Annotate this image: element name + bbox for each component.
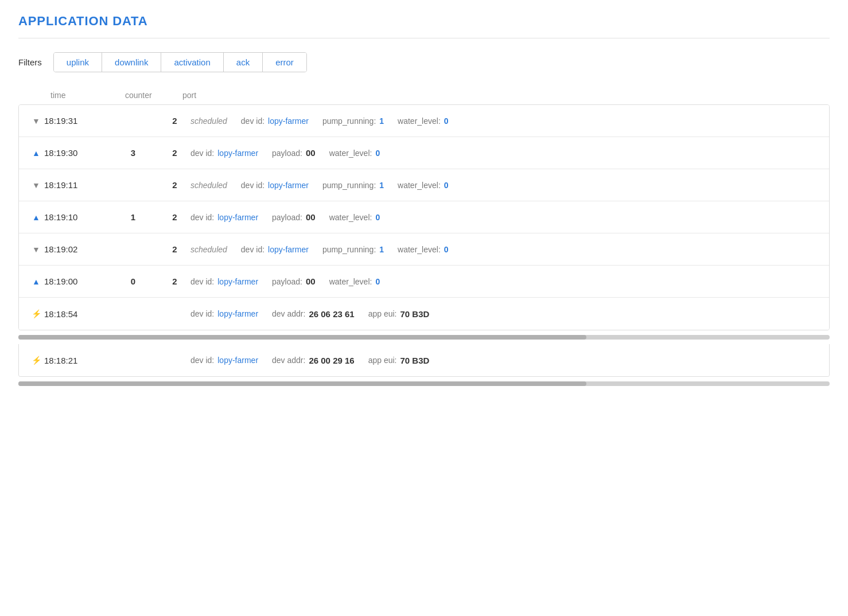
scheduled-label: scheduled — [190, 245, 227, 254]
filter-tab-uplink[interactable]: uplink — [54, 53, 102, 72]
dev-id-field: dev id: lopy-farmer — [190, 277, 258, 286]
uplink-icon: ▲ — [28, 149, 44, 158]
filter-tab-error[interactable]: error — [263, 53, 306, 72]
field1-label: pump_running: — [322, 181, 376, 190]
dev-id-field: dev id: lopy-farmer — [190, 309, 258, 318]
row-time: 18:19:10 — [44, 212, 107, 222]
row-port: 2 — [159, 212, 190, 222]
row-data: dev id: lopy-farmer dev addr: 26 06 23 6… — [190, 309, 820, 319]
row-counter: 1 — [107, 212, 159, 222]
field2: app eui: 70 B3D — [368, 309, 430, 319]
field2: water_level: 0 — [398, 181, 449, 190]
dev-id-field: dev id: lopy-farmer — [241, 245, 309, 254]
scroll-thumb[interactable] — [18, 335, 586, 340]
scheduled-field: scheduled — [190, 116, 227, 126]
col-header-time: time — [50, 91, 125, 100]
field1-label: dev addr: — [272, 309, 305, 318]
dev-id-link[interactable]: lopy-farmer — [268, 245, 309, 254]
dev-id-link[interactable]: lopy-farmer — [268, 181, 309, 190]
filters-label: Filters — [18, 57, 42, 67]
table-row: ⚡ 18:18:54 dev id: lopy-farmer dev addr:… — [19, 298, 829, 330]
dev-id-link[interactable]: lopy-farmer — [217, 149, 258, 158]
table-row: ⚡ 18:18:21 dev id: lopy-farmer dev addr:… — [19, 344, 829, 376]
row-time: 18:18:21 — [44, 356, 107, 365]
page-wrapper: APPLICATION DATA Filters uplink downlink… — [0, 0, 848, 404]
row-port: 2 — [159, 148, 190, 158]
section-divider — [18, 38, 830, 38]
field1-value: 26 00 29 16 — [309, 356, 354, 365]
data-table-continued: ⚡ 18:18:21 dev id: lopy-farmer dev addr:… — [18, 344, 830, 377]
scheduled-field: scheduled — [190, 181, 227, 190]
row-counter: 3 — [107, 148, 159, 158]
field1: dev addr: 26 00 29 16 — [272, 356, 355, 365]
field1: payload: 00 — [272, 276, 316, 286]
field1-label: payload: — [272, 213, 302, 222]
scheduled-label: scheduled — [190, 116, 227, 126]
activation-icon: ⚡ — [28, 309, 44, 318]
filter-tab-ack[interactable]: ack — [224, 53, 263, 72]
field1: pump_running: 1 — [322, 245, 384, 254]
row-time: 18:19:11 — [44, 180, 107, 190]
row-counter: 0 — [107, 276, 159, 286]
field2: app eui: 70 B3D — [368, 356, 430, 365]
field1: dev addr: 26 06 23 61 — [272, 309, 355, 319]
field1: payload: 00 — [272, 212, 316, 222]
row-data: scheduled dev id: lopy-farmer pump_runni… — [190, 245, 820, 254]
field2-value: 0 — [375, 213, 380, 222]
field1-label: payload: — [272, 277, 302, 286]
field2-value: 70 B3D — [400, 356, 430, 365]
row-data: dev id: lopy-farmer dev addr: 26 00 29 1… — [190, 356, 820, 365]
field2-value: 0 — [375, 149, 380, 158]
horizontal-scrollbar[interactable] — [18, 330, 830, 344]
field2: water_level: 0 — [398, 116, 449, 126]
field1-value: 00 — [306, 276, 316, 286]
row-time: 18:18:54 — [44, 309, 107, 319]
dev-id-link[interactable]: lopy-farmer — [217, 213, 258, 222]
table-row: ▲ 18:19:10 1 2 dev id: lopy-farmer paylo… — [19, 201, 829, 233]
dev-id-label: dev id: — [241, 181, 264, 190]
filter-tab-activation[interactable]: activation — [161, 53, 223, 72]
field1-value: 1 — [379, 245, 384, 254]
activation-icon: ⚡ — [28, 356, 44, 365]
scroll-track-bottom[interactable] — [18, 381, 830, 386]
row-data: scheduled dev id: lopy-farmer pump_runni… — [190, 181, 820, 190]
downlink-icon: ▼ — [28, 181, 44, 190]
uplink-icon: ▲ — [28, 213, 44, 222]
field1: pump_running: 1 — [322, 116, 384, 126]
filter-tab-downlink[interactable]: downlink — [102, 53, 161, 72]
horizontal-scrollbar-bottom[interactable] — [18, 377, 830, 391]
table-row: ▲ 18:19:00 0 2 dev id: lopy-farmer paylo… — [19, 266, 829, 298]
field2: water_level: 0 — [398, 245, 449, 254]
field2-label: water_level: — [398, 116, 441, 126]
field1-label: pump_running: — [322, 116, 376, 126]
scheduled-label: scheduled — [190, 181, 227, 190]
row-port: 2 — [159, 180, 190, 190]
dev-id-link[interactable]: lopy-farmer — [217, 277, 258, 286]
table-row: ▲ 18:19:30 3 2 dev id: lopy-farmer paylo… — [19, 137, 829, 169]
dev-id-label: dev id: — [190, 149, 214, 158]
field2: water_level: 0 — [329, 213, 380, 222]
dev-id-field: dev id: lopy-farmer — [241, 116, 309, 126]
table-row: ▼ 18:19:11 2 scheduled dev id: lopy-farm… — [19, 169, 829, 201]
field2-value: 0 — [444, 116, 449, 126]
dev-id-link[interactable]: lopy-farmer — [217, 309, 258, 318]
dev-id-field: dev id: lopy-farmer — [190, 213, 258, 222]
dev-id-field: dev id: lopy-farmer — [190, 149, 258, 158]
field2: water_level: 0 — [329, 277, 380, 286]
col-header-port: port — [182, 91, 217, 100]
field2-label: app eui: — [368, 309, 397, 318]
field2-label: water_level: — [329, 149, 372, 158]
field1-value: 1 — [379, 181, 384, 190]
scroll-thumb-bottom[interactable] — [18, 381, 586, 386]
field1-value: 26 06 23 61 — [309, 309, 354, 319]
dev-id-label: dev id: — [190, 356, 214, 365]
table-header: time counter port — [18, 88, 830, 104]
field2-value: 70 B3D — [400, 309, 430, 319]
scroll-track[interactable] — [18, 335, 830, 340]
field1-label: pump_running: — [322, 245, 376, 254]
row-time: 18:19:00 — [44, 276, 107, 286]
downlink-icon: ▼ — [28, 116, 44, 126]
dev-id-link[interactable]: lopy-farmer — [268, 116, 309, 126]
field2-value: 0 — [444, 181, 449, 190]
dev-id-link[interactable]: lopy-farmer — [217, 356, 258, 365]
